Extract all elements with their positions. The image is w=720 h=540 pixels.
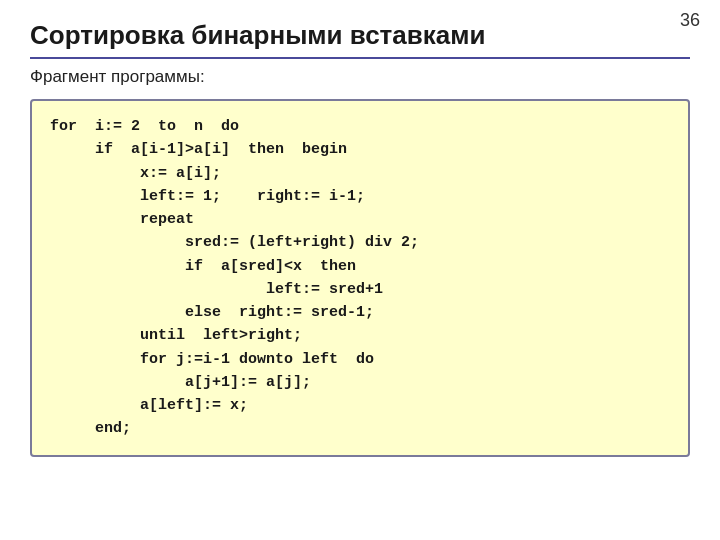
slide-number: 36 xyxy=(680,10,700,31)
code-block: for i:= 2 to n do if a[i-1]>a[i] then be… xyxy=(30,99,690,457)
slide-container: 36 Сортировка бинарными вставками Фрагме… xyxy=(0,0,720,540)
slide-subtitle: Фрагмент программы: xyxy=(30,67,690,87)
slide-title: Сортировка бинарными вставками xyxy=(30,20,690,59)
